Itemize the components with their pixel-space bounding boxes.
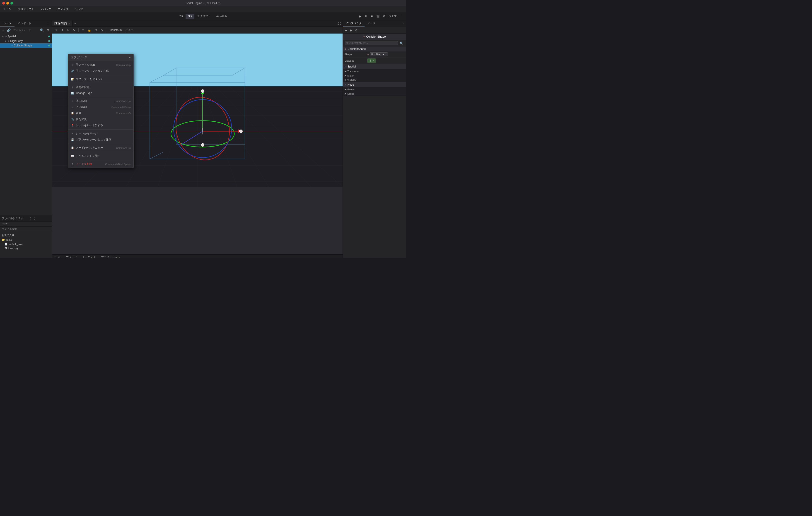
settings-button[interactable]: ⚙ xyxy=(382,14,386,18)
ctx-item-duplicate[interactable]: 📋 複製 Command+D xyxy=(68,110,134,116)
insp-object-button[interactable]: ⊙ xyxy=(354,28,358,32)
visibility-spatial xyxy=(48,36,50,37)
ctx-item-copy-path[interactable]: 📋 ノードのパスをコピー Command+C xyxy=(68,145,134,151)
left-panel-tabs: シーン インポート ⋮ xyxy=(0,20,52,27)
more-button[interactable]: ⋮ xyxy=(400,14,404,18)
move-up-label: 上に移動 xyxy=(76,99,113,103)
pivot-button[interactable]: ⊙ xyxy=(99,28,104,32)
insp-history-back[interactable]: ◀ xyxy=(344,28,348,32)
ctx-item-rename[interactable]: I 名前の変更 xyxy=(68,84,134,90)
mode-assetlib-button[interactable]: AssetLib xyxy=(213,14,229,19)
tab-import[interactable]: インポート xyxy=(14,20,34,27)
menu-help[interactable]: ヘルプ xyxy=(74,7,84,11)
tab-add-button[interactable]: + xyxy=(72,21,78,26)
bottom-tab-audio[interactable]: オーディオ xyxy=(81,255,96,258)
maximize-button[interactable] xyxy=(10,2,13,4)
ctx-item-merge[interactable]: ✂ シーンからマージ xyxy=(68,130,134,136)
select-tool[interactable]: ↖ xyxy=(54,28,59,32)
inspector-filter-input[interactable] xyxy=(345,41,398,45)
transform-button[interactable]: Transform xyxy=(108,28,123,32)
panel-more-button[interactable]: ⋮ xyxy=(46,22,51,26)
menu-project[interactable]: プロジェクト xyxy=(16,7,35,11)
ctx-item-save-branch[interactable]: 💾 ブランチをシーンとして保存 xyxy=(68,136,134,143)
mode-script-button[interactable]: スクリプト xyxy=(194,13,213,19)
file-item-icon[interactable]: 🖼 icon.png xyxy=(0,246,52,250)
ctx-item-reparent[interactable]: 📎 親を変更 xyxy=(68,116,134,122)
file-label-icon: icon.png xyxy=(8,247,18,250)
disabled-toggle[interactable]: オン xyxy=(367,58,376,63)
editor-tab-active[interactable]: [未保存](*) ✕ xyxy=(52,21,72,26)
arrow-spatial: ▼ xyxy=(2,35,4,38)
ctx-item-open-docs[interactable]: 📖 ドキュメントを開く xyxy=(68,153,134,159)
tab-scene[interactable]: シーン xyxy=(0,20,14,27)
bottom-tab-animation[interactable]: アニメーション xyxy=(100,255,121,258)
ctx-item-change-type[interactable]: 🔄 Change Type xyxy=(68,90,134,96)
move-tool[interactable]: ✥ xyxy=(60,28,65,32)
tree-item-collisionshape[interactable]: ○ CollisionShape xyxy=(0,43,52,48)
view-button[interactable]: ビュー xyxy=(124,27,135,33)
ctx-item-delete[interactable]: 🗑 ノードを削除 Command+BackSpace xyxy=(68,161,134,167)
movie-button[interactable]: 🎬 xyxy=(375,14,381,18)
filter-node-input[interactable]: フィルタノード xyxy=(12,29,38,32)
ctx-item-instantiate[interactable]: 🔗 子シーンをインスタンス化 xyxy=(68,68,134,74)
visibility-row[interactable]: ▶ Visibility xyxy=(343,78,406,82)
rotate-tool[interactable]: ↻ xyxy=(66,28,71,32)
mode-2d-button[interactable]: 2D xyxy=(177,14,185,19)
spatial-section-title[interactable]: ○ Spatial xyxy=(343,64,406,69)
ctx-item-move-down[interactable]: ↓ 下に移動 Command+Down xyxy=(68,104,134,110)
link-button[interactable]: 🔗 xyxy=(6,28,11,32)
file-item-default-env[interactable]: 📄 default_env.t... xyxy=(0,242,52,246)
menu-editor[interactable]: エディタ xyxy=(56,7,70,11)
window-controls[interactable] xyxy=(2,2,13,4)
close-button[interactable] xyxy=(2,2,5,4)
ctx-item-attach-script[interactable]: 📝 スクリプトをアタッチ xyxy=(68,76,134,82)
node-section-title[interactable]: ○ Node xyxy=(343,82,406,87)
insp-history-fwd[interactable]: ▶ xyxy=(349,28,353,32)
transform-row[interactable]: ▶ Transform xyxy=(343,69,406,73)
play-button[interactable]: ▶ xyxy=(358,14,362,18)
ctx-item-add-child[interactable]: + 子ノードを追加 Command+A xyxy=(68,62,134,68)
lock-button[interactable]: 🔒 xyxy=(86,28,92,32)
ctx-item-set-root[interactable]: 📍 シーンをルートにする xyxy=(68,122,134,128)
add-node-button[interactable]: + xyxy=(1,28,5,32)
collapse-button[interactable]: ▼ xyxy=(46,28,51,32)
ctx-section-copy: 📋 ノードのパスをコピー Command+C xyxy=(68,144,134,152)
insp-filter-search[interactable]: 🔍 xyxy=(399,41,404,45)
tree-item-spatial[interactable]: ▼ ○ Spatial xyxy=(0,34,52,39)
file-item-res[interactable]: 📁 res:// xyxy=(0,238,52,242)
group-button[interactable]: ⊡ xyxy=(93,28,98,32)
bottom-tab-output[interactable]: 出力 xyxy=(54,255,61,258)
file-forward-button[interactable]: 〉 xyxy=(33,216,38,220)
menu-scene[interactable]: シーン xyxy=(2,7,13,11)
search-button[interactable]: 🔍 xyxy=(39,28,45,32)
tab-node[interactable]: ノード xyxy=(365,20,378,27)
pause-button[interactable]: ⏸ xyxy=(364,14,368,18)
section-collision-shape: ○ CollisionShape Shape ○ BoxShap ▼ Disab… xyxy=(343,47,406,64)
menu-debug[interactable]: デバッグ xyxy=(39,7,53,11)
mode-3d-button[interactable]: 3D xyxy=(185,14,194,19)
matrix-row[interactable]: ▶ Matrix xyxy=(343,73,406,78)
script-row[interactable]: ▶ Script xyxy=(343,92,406,96)
pause-row[interactable]: ▶ Pause xyxy=(343,87,406,92)
scale-tool[interactable]: ⤡ xyxy=(71,28,77,32)
tab-close-button[interactable]: ✕ xyxy=(68,22,70,25)
expand-button[interactable]: ⛶ xyxy=(336,22,343,25)
file-favorites-label: お気に入り: xyxy=(0,233,52,238)
ctx-section-add: + 子ノードを追加 Command+A 🔗 子シーンをインスタンス化 xyxy=(68,61,134,75)
stop-button[interactable]: ⏹ xyxy=(370,14,374,18)
tree-item-rigidbody[interactable]: ▼ ○ RigidBody xyxy=(0,39,52,43)
file-panel-header: ファイルシステム 〈 〉 xyxy=(0,215,52,222)
ctx-item-move-up[interactable]: ↑ 上に移動 Command+Up xyxy=(68,98,134,104)
viewport[interactable]: 透視投影 xyxy=(52,33,343,254)
bottom-tab-debugger[interactable]: デバッガ xyxy=(65,255,78,258)
tab-inspector[interactable]: インスペクタ xyxy=(343,20,365,27)
collision-shape-section-title[interactable]: ○ CollisionShape xyxy=(343,47,406,52)
pause-arrow: ▶ xyxy=(345,88,346,91)
file-back-button[interactable]: 〈 xyxy=(27,216,32,220)
file-search-bar[interactable]: ファイル検索 xyxy=(0,226,52,232)
titlebar: Godot Engine - Roll a Ball (*) xyxy=(0,0,406,6)
shape-dropdown[interactable]: BoxShap ▼ xyxy=(370,52,388,56)
minimize-button[interactable] xyxy=(6,2,9,4)
inspector-more-button[interactable]: ⋮ xyxy=(401,22,406,25)
use-snap-button[interactable]: ⊞ xyxy=(81,28,85,32)
